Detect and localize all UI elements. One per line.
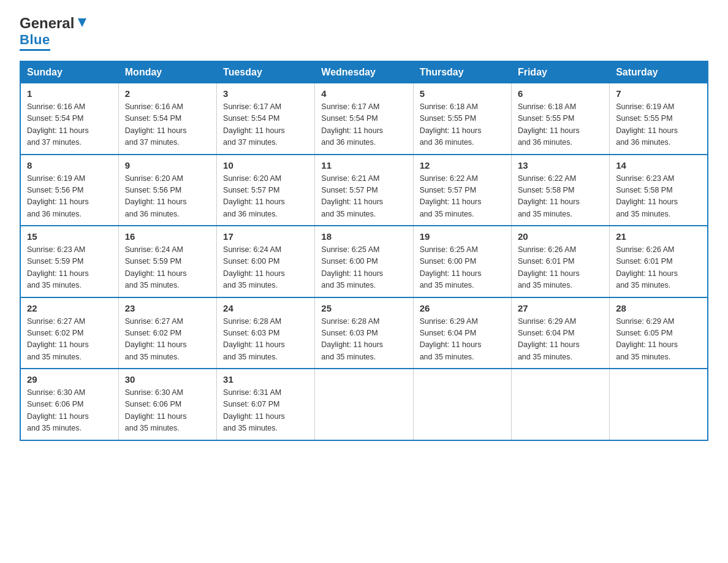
day-number: 23 — [125, 303, 210, 313]
col-header-tuesday: Tuesday — [217, 61, 315, 83]
day-number: 9 — [125, 160, 210, 170]
calendar-cell: 21 Sunrise: 6:26 AM Sunset: 6:01 PM Dayl… — [610, 226, 708, 297]
calendar-cell: 1 Sunrise: 6:16 AM Sunset: 5:54 PM Dayli… — [20, 83, 118, 155]
calendar-cell: 4 Sunrise: 6:17 AM Sunset: 5:54 PM Dayli… — [315, 83, 413, 155]
day-info: Sunrise: 6:20 AM Sunset: 5:57 PM Dayligh… — [223, 173, 308, 221]
calendar-cell: 7 Sunrise: 6:19 AM Sunset: 5:55 PM Dayli… — [610, 83, 708, 155]
day-info: Sunrise: 6:28 AM Sunset: 6:03 PM Dayligh… — [223, 316, 308, 364]
calendar-cell: 12 Sunrise: 6:22 AM Sunset: 5:57 PM Dayl… — [413, 155, 511, 226]
day-info: Sunrise: 6:24 AM Sunset: 5:59 PM Dayligh… — [125, 244, 210, 292]
day-number: 27 — [518, 303, 603, 313]
day-info: Sunrise: 6:21 AM Sunset: 5:57 PM Dayligh… — [321, 173, 406, 221]
calendar-cell — [315, 369, 413, 440]
calendar-cell: 8 Sunrise: 6:19 AM Sunset: 5:56 PM Dayli… — [20, 155, 118, 226]
calendar-week-row: 22 Sunrise: 6:27 AM Sunset: 6:02 PM Dayl… — [20, 297, 708, 369]
day-info: Sunrise: 6:26 AM Sunset: 6:01 PM Dayligh… — [518, 244, 603, 292]
day-info: Sunrise: 6:29 AM Sunset: 6:04 PM Dayligh… — [420, 316, 505, 364]
day-number: 17 — [223, 231, 308, 242]
day-number: 29 — [27, 374, 112, 385]
day-number: 1 — [27, 88, 112, 99]
calendar-cell: 26 Sunrise: 6:29 AM Sunset: 6:04 PM Dayl… — [413, 297, 511, 369]
day-info: Sunrise: 6:17 AM Sunset: 5:54 PM Dayligh… — [321, 101, 406, 149]
calendar-cell: 19 Sunrise: 6:25 AM Sunset: 6:00 PM Dayl… — [413, 226, 511, 297]
day-number: 30 — [125, 374, 210, 385]
calendar-cell: 20 Sunrise: 6:26 AM Sunset: 6:01 PM Dayl… — [511, 226, 609, 297]
day-number: 6 — [518, 88, 603, 99]
day-info: Sunrise: 6:23 AM Sunset: 5:59 PM Dayligh… — [27, 244, 112, 292]
calendar-cell: 31 Sunrise: 6:31 AM Sunset: 6:07 PM Dayl… — [217, 369, 315, 440]
day-number: 16 — [125, 231, 210, 242]
day-number: 2 — [125, 88, 210, 99]
day-number: 15 — [27, 231, 112, 242]
day-info: Sunrise: 6:27 AM Sunset: 6:02 PM Dayligh… — [27, 316, 112, 364]
calendar-cell: 22 Sunrise: 6:27 AM Sunset: 6:02 PM Dayl… — [20, 297, 118, 369]
calendar-week-row: 8 Sunrise: 6:19 AM Sunset: 5:56 PM Dayli… — [20, 155, 708, 226]
calendar-week-row: 15 Sunrise: 6:23 AM Sunset: 5:59 PM Dayl… — [20, 226, 708, 297]
logo: General Blue — [20, 15, 89, 51]
day-number: 22 — [27, 303, 112, 313]
page-header: General Blue — [20, 15, 708, 51]
day-info: Sunrise: 6:25 AM Sunset: 6:00 PM Dayligh… — [321, 244, 406, 292]
calendar-cell: 17 Sunrise: 6:24 AM Sunset: 6:00 PM Dayl… — [217, 226, 315, 297]
calendar-cell: 14 Sunrise: 6:23 AM Sunset: 5:58 PM Dayl… — [610, 155, 708, 226]
logo-general-text: General — [20, 15, 74, 32]
day-info: Sunrise: 6:19 AM Sunset: 5:55 PM Dayligh… — [616, 101, 701, 149]
calendar-cell: 5 Sunrise: 6:18 AM Sunset: 5:55 PM Dayli… — [413, 83, 511, 155]
day-number: 20 — [518, 231, 603, 242]
calendar-cell: 9 Sunrise: 6:20 AM Sunset: 5:56 PM Dayli… — [118, 155, 216, 226]
calendar-cell: 18 Sunrise: 6:25 AM Sunset: 6:00 PM Dayl… — [315, 226, 413, 297]
day-info: Sunrise: 6:20 AM Sunset: 5:56 PM Dayligh… — [125, 173, 210, 221]
calendar-cell: 25 Sunrise: 6:28 AM Sunset: 6:03 PM Dayl… — [315, 297, 413, 369]
day-info: Sunrise: 6:25 AM Sunset: 6:00 PM Dayligh… — [420, 244, 505, 292]
calendar-week-row: 29 Sunrise: 6:30 AM Sunset: 6:06 PM Dayl… — [20, 369, 708, 440]
day-number: 12 — [420, 160, 505, 170]
calendar-cell — [511, 369, 609, 440]
day-number: 28 — [616, 303, 701, 313]
calendar-cell: 30 Sunrise: 6:30 AM Sunset: 6:06 PM Dayl… — [118, 369, 216, 440]
calendar-cell: 3 Sunrise: 6:17 AM Sunset: 5:54 PM Dayli… — [217, 83, 315, 155]
day-info: Sunrise: 6:22 AM Sunset: 5:57 PM Dayligh… — [420, 173, 505, 221]
logo-blue-text: Blue — [20, 32, 50, 51]
day-info: Sunrise: 6:16 AM Sunset: 5:54 PM Dayligh… — [27, 101, 112, 149]
col-header-sunday: Sunday — [20, 61, 118, 83]
day-info: Sunrise: 6:18 AM Sunset: 5:55 PM Dayligh… — [420, 101, 505, 149]
calendar-cell: 28 Sunrise: 6:29 AM Sunset: 6:05 PM Dayl… — [610, 297, 708, 369]
day-number: 4 — [321, 88, 406, 99]
calendar-cell: 16 Sunrise: 6:24 AM Sunset: 5:59 PM Dayl… — [118, 226, 216, 297]
day-number: 8 — [27, 160, 112, 170]
calendar-cell: 24 Sunrise: 6:28 AM Sunset: 6:03 PM Dayl… — [217, 297, 315, 369]
col-header-wednesday: Wednesday — [315, 61, 413, 83]
calendar-cell: 10 Sunrise: 6:20 AM Sunset: 5:57 PM Dayl… — [217, 155, 315, 226]
day-info: Sunrise: 6:31 AM Sunset: 6:07 PM Dayligh… — [223, 387, 308, 435]
logo-arrow-icon — [75, 16, 89, 29]
calendar-cell: 27 Sunrise: 6:29 AM Sunset: 6:04 PM Dayl… — [511, 297, 609, 369]
day-info: Sunrise: 6:30 AM Sunset: 6:06 PM Dayligh… — [125, 387, 210, 435]
calendar-cell: 2 Sunrise: 6:16 AM Sunset: 5:54 PM Dayli… — [118, 83, 216, 155]
calendar-cell: 11 Sunrise: 6:21 AM Sunset: 5:57 PM Dayl… — [315, 155, 413, 226]
day-number: 7 — [616, 88, 701, 99]
calendar-cell: 6 Sunrise: 6:18 AM Sunset: 5:55 PM Dayli… — [511, 83, 609, 155]
day-info: Sunrise: 6:19 AM Sunset: 5:56 PM Dayligh… — [27, 173, 112, 221]
col-header-saturday: Saturday — [610, 61, 708, 83]
svg-marker-0 — [78, 18, 86, 27]
day-number: 11 — [321, 160, 406, 170]
calendar-header-row: SundayMondayTuesdayWednesdayThursdayFrid… — [20, 61, 708, 83]
day-number: 5 — [420, 88, 505, 99]
day-info: Sunrise: 6:24 AM Sunset: 6:00 PM Dayligh… — [223, 244, 308, 292]
day-number: 26 — [420, 303, 505, 313]
day-info: Sunrise: 6:18 AM Sunset: 5:55 PM Dayligh… — [518, 101, 603, 149]
day-number: 25 — [321, 303, 406, 313]
calendar-cell: 15 Sunrise: 6:23 AM Sunset: 5:59 PM Dayl… — [20, 226, 118, 297]
day-number: 10 — [223, 160, 308, 170]
day-info: Sunrise: 6:29 AM Sunset: 6:05 PM Dayligh… — [616, 316, 701, 364]
col-header-monday: Monday — [118, 61, 216, 83]
calendar-week-row: 1 Sunrise: 6:16 AM Sunset: 5:54 PM Dayli… — [20, 83, 708, 155]
day-number: 19 — [420, 231, 505, 242]
day-number: 13 — [518, 160, 603, 170]
day-info: Sunrise: 6:26 AM Sunset: 6:01 PM Dayligh… — [616, 244, 701, 292]
day-info: Sunrise: 6:30 AM Sunset: 6:06 PM Dayligh… — [27, 387, 112, 435]
day-number: 31 — [223, 374, 308, 385]
day-info: Sunrise: 6:22 AM Sunset: 5:58 PM Dayligh… — [518, 173, 603, 221]
day-number: 18 — [321, 231, 406, 242]
day-info: Sunrise: 6:16 AM Sunset: 5:54 PM Dayligh… — [125, 101, 210, 149]
